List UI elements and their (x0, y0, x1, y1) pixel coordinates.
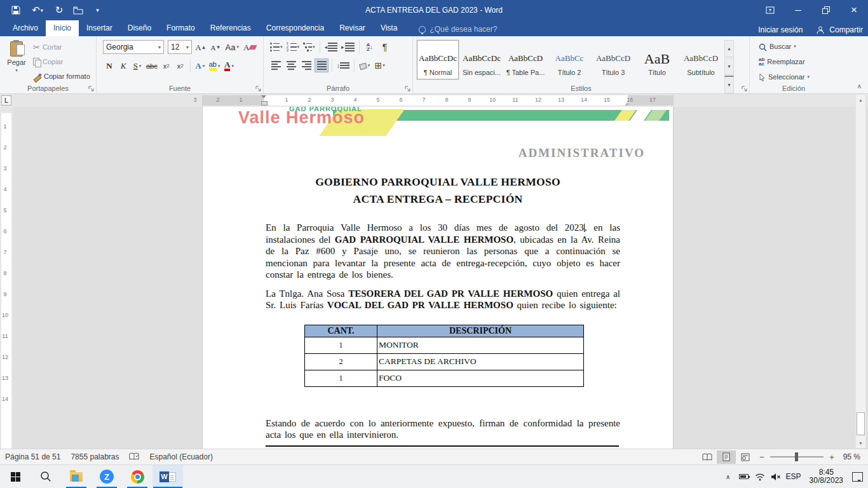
increase-indent-button[interactable]: ▸ (340, 40, 356, 54)
battery-icon[interactable] (738, 474, 750, 479)
page-count[interactable]: Página 51 de 51 (0, 449, 65, 464)
font-family-combobox[interactable]: Georgia▾ (103, 40, 164, 54)
tray-show-hidden-icon[interactable]: ∧ (722, 473, 734, 480)
font-size-combobox[interactable]: 12▾ (168, 40, 192, 54)
font-dialog-launcher[interactable] (255, 85, 262, 92)
format-painter-button[interactable]: Copiar formato (31, 69, 93, 83)
taskbar-zoom-app[interactable]: Z (92, 465, 122, 488)
tab-selector[interactable]: L (1, 95, 11, 105)
clipboard-dialog-launcher[interactable] (88, 85, 95, 92)
style-card-ttulo2[interactable]: AaBbCcTítulo 2 (548, 40, 590, 79)
text-effects-button[interactable]: A▾ (194, 59, 207, 73)
save-icon[interactable] (6, 2, 25, 18)
italic-button[interactable]: K (117, 59, 130, 73)
action-center-icon[interactable] (851, 472, 863, 482)
restore-button[interactable] (812, 0, 840, 20)
sign-in-button[interactable]: Iniciar sesión (758, 25, 803, 34)
zoom-out-button[interactable]: − (755, 452, 769, 462)
taskbar-word[interactable]: W (153, 465, 183, 488)
language-status[interactable]: Español (Ecuador) (144, 449, 217, 464)
multilevel-list-button[interactable]: ▾ (302, 40, 316, 54)
style-card-sinespaci[interactable]: AaBbCcDcSin espaci... (461, 40, 503, 79)
subscript-button[interactable]: x2 (160, 59, 173, 73)
show-paragraph-marks-button[interactable]: ¶ (378, 40, 392, 54)
share-button[interactable]: Compartir (817, 25, 863, 34)
minimize-button[interactable] (784, 0, 812, 20)
keyboard-language[interactable]: ESP (786, 472, 801, 481)
font-color-button[interactable]: A▾ (223, 59, 236, 73)
styles-scroll-down-icon[interactable]: ▼ (724, 58, 734, 75)
tell-me-search[interactable]: ¿Qué desea hacer? (419, 25, 497, 34)
strikethrough-button[interactable]: abc (145, 59, 159, 73)
horizontal-ruler[interactable]: 3211234567891011121314151617 (13, 95, 851, 105)
borders-button[interactable]: ⊞▾ (373, 58, 387, 72)
sort-button[interactable]: AZ↓ (363, 40, 377, 54)
numbering-button[interactable]: 1 2 3 ▾ (285, 40, 301, 54)
zoom-slider[interactable] (770, 456, 824, 458)
tab-revisar[interactable]: Revisar (332, 20, 373, 36)
zoom-percentage[interactable]: 95 % (839, 452, 867, 461)
customize-qat-icon[interactable]: ▾ (88, 2, 107, 18)
vertical-ruler[interactable]: 1234567891011121314 (0, 107, 13, 449)
shrink-font-button[interactable]: A▼ (210, 41, 222, 55)
taskbar-search-button[interactable] (31, 465, 61, 488)
highlight-button[interactable]: ab▾ (208, 59, 222, 73)
align-center-button[interactable] (284, 58, 298, 72)
vertical-scrollbar[interactable]: ▲ ▼ (855, 94, 866, 449)
grow-font-button[interactable]: A▲ (194, 41, 207, 55)
web-layout-button[interactable] (736, 451, 755, 464)
zoom-in-button[interactable]: + (825, 452, 839, 462)
word-count[interactable]: 7855 palabras (65, 449, 124, 464)
style-card-ttulo3[interactable]: AaBbCcDTítulo 3 (592, 40, 634, 79)
copy-button[interactable]: Copiar (31, 55, 93, 69)
line-spacing-button[interactable]: ↕▾ (336, 58, 351, 72)
undo-icon[interactable]: ↶▾ (25, 2, 50, 18)
align-left-button[interactable] (269, 58, 283, 72)
proofing-status[interactable] (124, 449, 144, 464)
wifi-icon[interactable] (754, 473, 766, 481)
scroll-down-icon[interactable]: ▼ (856, 438, 865, 448)
tab-archivo[interactable]: Archivo (5, 20, 46, 36)
document-page[interactable]: GAD PARROQUIAL Valle Hermoso ADMINISTRAT… (202, 107, 674, 449)
tab-diseo[interactable]: Diseño (120, 20, 159, 36)
scrollbar-thumb[interactable] (857, 412, 865, 435)
items-table[interactable]: CANT.DESCRIPCIÓN 1MONITOR2CARPETAS DE AR… (304, 325, 584, 387)
tab-inicio[interactable]: Inicio (46, 20, 79, 36)
styles-scroll-up-icon[interactable]: ▲ (724, 40, 734, 57)
taskbar-file-explorer[interactable] (61, 465, 92, 488)
style-card-subttulo[interactable]: AaBbCcDSubtítulo (680, 40, 722, 79)
redo-icon[interactable]: ↻ (50, 2, 69, 18)
style-card-ttulo[interactable]: AaBTítulo (636, 40, 678, 79)
bold-button[interactable]: N (103, 59, 116, 73)
change-case-button[interactable]: Aa▾ (224, 40, 240, 54)
bullets-button[interactable]: ▾ (269, 40, 284, 54)
close-button[interactable]: × (840, 0, 868, 20)
paragraph-dialog-launcher[interactable] (404, 85, 411, 92)
style-card-tablepa[interactable]: AaBbCcD¶ Table Pa... (505, 40, 546, 79)
style-card-normal[interactable]: AaBbCcDc¶ Normal (417, 40, 459, 79)
indent-marker[interactable] (261, 95, 266, 105)
align-right-button[interactable] (299, 58, 313, 72)
tab-insertar[interactable]: Insertar (79, 20, 120, 36)
superscript-button[interactable]: x2 (174, 59, 187, 73)
shading-button[interactable]: ▾ (358, 58, 372, 72)
taskbar-chrome[interactable] (122, 465, 153, 488)
collapse-ribbon-icon[interactable]: ∧ (857, 83, 862, 90)
cut-button[interactable]: ✂Cortar (31, 40, 93, 54)
ribbon-display-options-icon[interactable] (756, 0, 784, 20)
find-button[interactable]: Buscar▾ (756, 39, 837, 54)
taskbar-clock[interactable]: 8:45 30/8/2023 (806, 468, 847, 485)
select-button[interactable]: Seleccionar▾ (756, 69, 837, 85)
clear-formatting-button[interactable]: A (242, 41, 257, 55)
tab-referencias[interactable]: Referencias (203, 20, 259, 36)
start-button[interactable] (0, 465, 31, 488)
styles-dialog-launcher[interactable] (741, 85, 748, 92)
tab-vista[interactable]: Vista (373, 20, 405, 36)
underline-button[interactable]: S▾ (131, 59, 144, 73)
tab-correspondencia[interactable]: Correspondencia (259, 20, 332, 36)
justify-button[interactable] (315, 58, 329, 72)
read-mode-button[interactable] (698, 451, 717, 464)
replace-button[interactable]: abac Reemplazar (756, 54, 837, 69)
volume-muted-icon[interactable] (770, 473, 782, 481)
scroll-up-icon[interactable]: ▲ (856, 95, 865, 105)
